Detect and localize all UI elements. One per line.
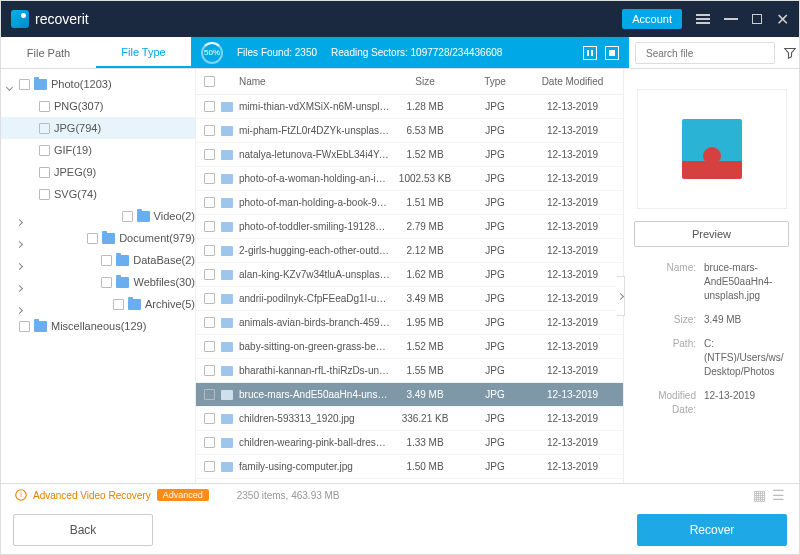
file-rows[interactable]: mimi-thian-vdXMSiX-n6M-unsplash.jpg1.28 …: [196, 95, 623, 483]
tab-file-path[interactable]: File Path: [1, 37, 96, 68]
row-checkbox[interactable]: [204, 221, 215, 232]
table-row[interactable]: children-593313_1920.jpg336.21 KBJPG12-1…: [196, 407, 623, 431]
col-date[interactable]: Date Modified: [530, 76, 615, 87]
row-checkbox[interactable]: [204, 173, 215, 184]
filter-icon[interactable]: [781, 37, 799, 68]
app-logo: recoverit: [11, 10, 89, 28]
col-type[interactable]: Type: [460, 76, 530, 87]
table-row[interactable]: mi-pham-FtZL0r4DZYk-unsplash.jpg6.53 MBJ…: [196, 119, 623, 143]
row-checkbox[interactable]: [204, 125, 215, 136]
grid-view-icon[interactable]: ▦: [753, 487, 766, 503]
footer: i Advanced Video Recovery Advanced 2350 …: [1, 483, 799, 554]
tree-photo-label: Photo(1203): [51, 78, 112, 90]
table-row[interactable]: photo-of-man-holding-a-book-92702...1.51…: [196, 191, 623, 215]
detail-name-value: bruce-mars-AndE50aaHn4-unsplash.jpg: [704, 261, 789, 303]
row-checkbox[interactable]: [204, 293, 215, 304]
row-checkbox[interactable]: [204, 341, 215, 352]
table-row[interactable]: gary-bendig-6GMq7AGxNbE-unsplas...2.76 M…: [196, 479, 623, 483]
table-row[interactable]: alan-king-KZv7w34tluA-unsplash.jpg1.62 M…: [196, 263, 623, 287]
tree-jpeg-label: JPEG(9): [54, 166, 96, 178]
tree-document-label: Document(979): [119, 232, 195, 244]
col-size[interactable]: Size: [390, 76, 460, 87]
row-checkbox[interactable]: [204, 461, 215, 472]
file-list-panel: Name Size Type Date Modified mimi-thian-…: [196, 69, 624, 483]
file-name: bharathi-kannan-rfL-thiRzDs-unsplas...: [239, 365, 390, 376]
table-row[interactable]: bruce-mars-AndE50aaHn4-unsplash....3.49 …: [196, 383, 623, 407]
row-checkbox[interactable]: [204, 317, 215, 328]
list-view-icon[interactable]: ☰: [772, 487, 785, 503]
table-row[interactable]: 2-girls-hugging-each-other-outdoor-...2.…: [196, 239, 623, 263]
tree-database[interactable]: DataBase(2): [1, 249, 195, 271]
tree-misc[interactable]: Miscellaneous(129): [1, 315, 195, 337]
detail-path-label: Path:: [634, 337, 696, 379]
file-date: 12-13-2019: [530, 125, 615, 136]
back-button[interactable]: Back: [13, 514, 153, 546]
table-row[interactable]: photo-of-a-woman-holding-an-ipad-7...100…: [196, 167, 623, 191]
file-type: JPG: [460, 245, 530, 256]
file-size: 1.62 MB: [390, 269, 460, 280]
file-size: 2.12 MB: [390, 245, 460, 256]
tree-archive[interactable]: Archive(5): [1, 293, 195, 315]
row-checkbox[interactable]: [204, 269, 215, 280]
file-type: JPG: [460, 341, 530, 352]
search-box[interactable]: [635, 42, 775, 64]
tree-jpg[interactable]: JPG(794): [1, 117, 195, 139]
panel-collapse-handle[interactable]: [617, 276, 625, 316]
tree-png[interactable]: PNG(307): [1, 95, 195, 117]
preview-button[interactable]: Preview: [634, 221, 789, 247]
table-row[interactable]: mimi-thian-vdXMSiX-n6M-unsplash.jpg1.28 …: [196, 95, 623, 119]
pause-scan-button[interactable]: [583, 46, 597, 60]
file-icon: [221, 318, 233, 328]
table-row[interactable]: family-using-computer.jpg1.50 MBJPG12-13…: [196, 455, 623, 479]
table-row[interactable]: natalya-letunova-FWxEbL34i4Y-unspl...1.5…: [196, 143, 623, 167]
file-name: baby-sitting-on-green-grass-beside-...: [239, 341, 390, 352]
maximize-icon[interactable]: [752, 14, 762, 24]
table-row[interactable]: children-wearing-pink-ball-dress-360...1…: [196, 431, 623, 455]
advanced-video-recovery[interactable]: i Advanced Video Recovery Advanced: [15, 489, 209, 501]
file-date: 12-13-2019: [530, 293, 615, 304]
file-name: bruce-mars-AndE50aaHn4-unsplash....: [239, 389, 390, 400]
recover-button[interactable]: Recover: [637, 514, 787, 546]
tree-photo[interactable]: Photo(1203): [1, 73, 195, 95]
search-input[interactable]: [646, 48, 773, 59]
close-icon[interactable]: ✕: [776, 10, 789, 29]
row-checkbox[interactable]: [204, 197, 215, 208]
minimize-icon[interactable]: [724, 18, 738, 20]
table-row[interactable]: animals-avian-birds-branch-459326.j...1.…: [196, 311, 623, 335]
col-name[interactable]: Name: [221, 76, 390, 87]
tree-png-label: PNG(307): [54, 100, 104, 112]
tree-jpeg[interactable]: JPEG(9): [1, 161, 195, 183]
table-row[interactable]: andrii-podilnyk-CfpFEeaDg1I-unsplas...3.…: [196, 287, 623, 311]
tree-database-label: DataBase(2): [133, 254, 195, 266]
row-checkbox[interactable]: [204, 149, 215, 160]
file-size: 1.52 MB: [390, 149, 460, 160]
row-checkbox[interactable]: [204, 437, 215, 448]
tree-video[interactable]: Video(2): [1, 205, 195, 227]
tree-svg[interactable]: SVG(74): [1, 183, 195, 205]
row-checkbox[interactable]: [204, 101, 215, 112]
row-checkbox[interactable]: [204, 389, 215, 400]
tab-file-type[interactable]: File Type: [96, 37, 191, 68]
file-type: JPG: [460, 197, 530, 208]
file-size: 1002.53 KB: [390, 173, 460, 184]
file-date: 12-13-2019: [530, 149, 615, 160]
tree-gif[interactable]: GIF(19): [1, 139, 195, 161]
file-date: 12-13-2019: [530, 173, 615, 184]
table-row[interactable]: bharathi-kannan-rfL-thiRzDs-unsplas...1.…: [196, 359, 623, 383]
tree-svg-label: SVG(74): [54, 188, 97, 200]
tree-document[interactable]: Document(979): [1, 227, 195, 249]
tree-webfiles[interactable]: Webfiles(30): [1, 271, 195, 293]
file-date: 12-13-2019: [530, 245, 615, 256]
file-icon: [221, 174, 233, 184]
account-button[interactable]: Account: [622, 9, 682, 29]
file-date: 12-13-2019: [530, 197, 615, 208]
row-checkbox[interactable]: [204, 365, 215, 376]
file-date: 12-13-2019: [530, 341, 615, 352]
row-checkbox[interactable]: [204, 413, 215, 424]
select-all-checkbox[interactable]: [204, 76, 215, 87]
row-checkbox[interactable]: [204, 245, 215, 256]
menu-icon[interactable]: [696, 14, 710, 24]
table-row[interactable]: baby-sitting-on-green-grass-beside-...1.…: [196, 335, 623, 359]
stop-scan-button[interactable]: [605, 46, 619, 60]
table-row[interactable]: photo-of-toddler-smiling-1912868.jpg2.79…: [196, 215, 623, 239]
